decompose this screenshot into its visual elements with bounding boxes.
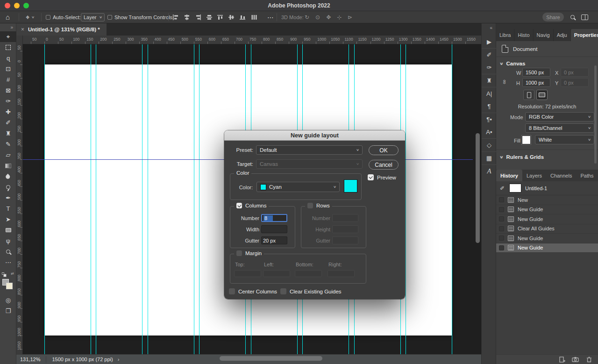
dialog-title[interactable]: New guide layout	[224, 130, 405, 141]
share-button[interactable]: Share	[542, 13, 564, 21]
screen-mode-button[interactable]: ❐	[0, 306, 16, 316]
healing-brush-tool[interactable]: ✚	[0, 107, 16, 117]
character-styles-panel-icon[interactable]: A▪	[482, 126, 497, 138]
rulers-grids-section-header[interactable]: ∨ Rulers & Grids	[500, 154, 544, 160]
rows-checkbox[interactable]	[307, 203, 313, 208]
columns-number-field[interactable]: 8	[261, 214, 287, 222]
align-left-icon[interactable]	[172, 14, 179, 21]
pen-tool[interactable]: ✒	[0, 193, 16, 203]
history-source-well[interactable]	[499, 216, 504, 221]
history-brush-source-icon[interactable]: ✐	[499, 185, 505, 192]
clone-stamp-tool[interactable]: ♜	[0, 128, 16, 139]
quick-mask-button[interactable]: ◎	[0, 295, 16, 306]
align-bottom-icon[interactable]	[239, 14, 246, 21]
columns-width-field[interactable]	[261, 225, 287, 233]
auto-select-target-dropdown[interactable]: Layer ∨	[81, 13, 105, 21]
align-top-icon[interactable]	[217, 14, 224, 21]
move-tool-preset[interactable]: ⌖ ∨	[26, 11, 35, 23]
glyphs-panel-icon[interactable]: A	[482, 165, 497, 178]
crop-tool[interactable]: #	[0, 74, 16, 85]
history-source-well[interactable]	[499, 207, 504, 212]
history-source-well[interactable]	[499, 245, 504, 250]
vertical-guide[interactable]	[44, 44, 45, 354]
3d-panel-icon[interactable]: ◇	[482, 139, 497, 151]
columns-gutter-field[interactable]: 20 px	[261, 236, 287, 244]
new-document-from-state-icon[interactable]	[558, 356, 565, 363]
collapse-tools-icon[interactable]: »	[0, 23, 16, 31]
color-dropdown[interactable]: Cyan∨	[256, 182, 340, 192]
mode-dropdown[interactable]: RGB Color∨	[525, 112, 594, 121]
bit-depth-dropdown[interactable]: 8 Bits/Channel∨	[525, 123, 594, 133]
distribute-horizontal-icon[interactable]	[250, 14, 257, 21]
eraser-tool[interactable]: ▱	[0, 150, 16, 160]
canvas-section-header[interactable]: ∨ Canvas	[500, 61, 525, 66]
foreground-background-colors[interactable]	[2, 279, 14, 290]
dodge-tool[interactable]	[0, 182, 16, 193]
history-source-well[interactable]	[499, 236, 504, 241]
frame-tool[interactable]: ⊠	[0, 85, 16, 96]
auto-select-box[interactable]	[46, 15, 50, 20]
vertical-ruler[interactable]: 5005010015020025030035040045050055060065…	[16, 44, 23, 354]
more-tools-tool[interactable]: ⋯	[0, 257, 16, 268]
fill-color-swatch[interactable]	[522, 136, 531, 144]
brush-tool[interactable]: ✐	[0, 117, 16, 128]
center-columns-checkbox[interactable]: Center Columns	[229, 288, 277, 294]
link-dimensions-icon[interactable]: ∞	[501, 80, 508, 84]
document-tab[interactable]: × Untitled-1 @ 131% (RGB/8) *	[16, 23, 107, 36]
panel-tab-navig[interactable]: Navig	[534, 29, 554, 41]
search-icon[interactable]	[570, 11, 575, 23]
ok-button[interactable]: OK	[369, 145, 399, 155]
vertical-guide[interactable]	[148, 44, 148, 354]
fill-dropdown[interactable]: White∨	[535, 135, 594, 144]
expand-dock-icon[interactable]: «	[482, 23, 496, 32]
paragraph-panel-icon[interactable]: ¶	[482, 100, 497, 113]
lasso-tool[interactable]: ɋ	[0, 53, 16, 64]
panel-tab-history[interactable]: History	[496, 170, 522, 181]
clone-source-panel-icon[interactable]: ♜	[482, 74, 497, 87]
history-state-row[interactable]: Clear All Guides	[496, 224, 598, 234]
hand-tool[interactable]: ψ	[0, 236, 16, 246]
show-transform-checkbox[interactable]: Show Transform Controls	[107, 11, 172, 23]
canvas-height-field[interactable]: 1000 px	[522, 78, 550, 87]
vertical-guide[interactable]	[452, 44, 452, 354]
default-colors-icon[interactable]	[2, 272, 4, 275]
marquee-tool[interactable]	[0, 42, 16, 53]
history-state-row[interactable]: New	[496, 195, 598, 205]
vertical-guide[interactable]	[142, 44, 142, 354]
properties-scrollbar[interactable]	[594, 65, 597, 164]
object-selection-tool[interactable]: ⊡	[0, 64, 16, 74]
blur-tool[interactable]	[0, 171, 16, 182]
panel-tab-paths[interactable]: Paths	[576, 170, 598, 181]
columns-checkbox[interactable]	[236, 203, 242, 208]
paragraph-styles-panel-icon[interactable]: ¶▪	[482, 113, 497, 126]
vertical-guide[interactable]	[194, 44, 194, 354]
horizontal-ruler[interactable]: 5005010015020025030035040045050055060065…	[16, 36, 481, 44]
clear-existing-guides-checkbox[interactable]: Clear Existing Guides	[280, 288, 342, 294]
align-center-vertical-icon[interactable]	[183, 14, 190, 21]
path-selection-tool[interactable]: ➤	[0, 214, 16, 225]
history-state-row[interactable]: New Guide	[496, 205, 598, 215]
vertical-guide[interactable]	[96, 44, 96, 354]
history-source-well[interactable]	[499, 226, 504, 231]
history-source-well[interactable]	[499, 197, 504, 202]
auto-select-checkbox[interactable]: Auto-Select:	[46, 11, 81, 23]
workspace-icon[interactable]	[581, 11, 588, 23]
preset-dropdown[interactable]: Default∨	[256, 145, 363, 155]
panel-tab-channels[interactable]: Channels	[546, 170, 576, 181]
zoom-tool[interactable]	[0, 246, 16, 257]
panel-tab-histo[interactable]: Histo	[514, 29, 533, 41]
history-state-row[interactable]: New Guide	[496, 234, 598, 243]
panel-tab-adju[interactable]: Adju	[554, 29, 571, 41]
portrait-orientation-button[interactable]	[523, 90, 534, 100]
character-panel-icon[interactable]: A|	[482, 87, 497, 100]
canvas-width-field[interactable]: 1500 px	[522, 68, 550, 77]
shape-rectangle-tool[interactable]	[0, 225, 16, 236]
panel-tab-properties[interactable]: Properties	[571, 29, 598, 41]
brush-settings-panel-icon[interactable]: ✐	[482, 49, 497, 61]
pattern-grid-panel-icon[interactable]: ▦	[482, 152, 497, 164]
vertical-guide[interactable]	[406, 44, 406, 354]
align-center-horizontal-icon[interactable]	[228, 14, 235, 21]
cancel-button[interactable]: Cancel	[369, 160, 399, 170]
panel-tab-layers[interactable]: Layers	[522, 170, 546, 181]
move-tool[interactable]: ⌖	[0, 31, 16, 42]
